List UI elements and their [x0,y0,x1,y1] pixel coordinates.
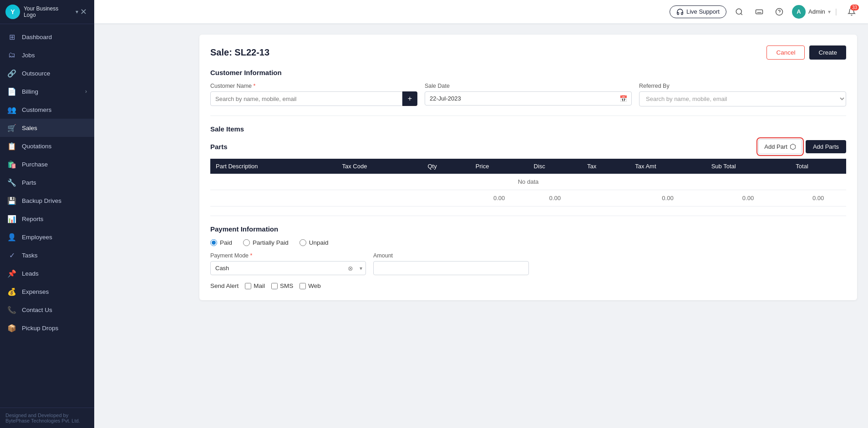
sidebar-item-leads[interactable]: 📌 Leads [0,264,94,282]
amount-field: Amount [373,252,529,275]
sale-date-input[interactable] [425,91,632,106]
sidebar-item-quotations[interactable]: 📋 Quotations [0,137,94,155]
live-support-label: Live Support [686,8,720,15]
total-disc: 0.00 [528,190,582,206]
admin-menu[interactable]: A Admin ▾ | [792,5,839,19]
paid-radio[interactable] [210,239,217,246]
add-part-button[interactable]: Add Part ⬡ [758,139,802,154]
sidebar-item-label: Pickup Drops [22,325,58,332]
partially-paid-option[interactable]: Partially Paid [243,239,289,246]
help-button[interactable] [772,5,787,19]
sidebar-item-tasks[interactable]: ✓ Tasks [0,246,94,264]
sidebar-item-label: Customers [22,106,51,113]
sms-label: SMS [280,282,293,289]
col-qty: Qty [422,159,470,174]
web-checkbox-label[interactable]: Web [299,282,321,289]
sidebar-item-label: Employees [22,234,52,241]
sidebar-item-outsource[interactable]: 🔗 Outsource [0,64,94,82]
tasks-icon: ✓ [7,251,16,260]
sale-date-input-wrapper: 📅 [425,91,632,106]
cancel-button[interactable]: Cancel [766,45,805,60]
web-checkbox[interactable] [299,283,306,289]
parts-title: Parts [210,143,228,151]
col-price: Price [470,159,528,174]
sms-checkbox-label[interactable]: SMS [271,282,293,289]
unpaid-radio[interactable] [299,239,306,246]
sidebar-item-pickup-drops[interactable]: 📦 Pickup Drops [0,319,94,337]
sidebar-item-sales[interactable]: 🛒 Sales [0,119,94,137]
parts-actions: Add Part ⬡ Add Parts [758,139,846,154]
page-title: Sale: SL22-13 [210,47,269,58]
leads-icon: 📌 [7,269,16,278]
sidebar-item-billing[interactable]: 📄 Billing › [0,82,94,101]
quotations-icon: 📋 [7,141,16,151]
col-tax-amt: Tax Amt [629,159,706,174]
sidebar-item-jobs[interactable]: 🗂 Jobs [0,46,94,64]
amount-label: Amount [373,252,529,259]
sidebar-logo-area: Y Your Business Logo ▾ ✕ [0,0,94,24]
sidebar-footer: Designed and Developed by BytePhase Tech… [0,408,94,428]
paid-option[interactable]: Paid [210,239,232,246]
total-tax-spacer [582,190,629,206]
notification-bell[interactable]: 33 [844,5,859,19]
payment-mode-clear-icon[interactable]: ⊗ [348,265,353,272]
send-alert-label: Send Alert [210,282,239,289]
sidebar-item-employees[interactable]: 👤 Employees [0,228,94,246]
sidebar-item-label: Jobs [22,52,35,59]
keyboard-icon [755,8,763,16]
jobs-icon: 🗂 [7,50,16,60]
admin-chevron-icon: ▾ [828,9,831,15]
create-button[interactable]: Create [809,45,846,60]
add-parts-button[interactable]: Add Parts [806,140,846,153]
parts-icon: 🔧 [7,178,16,187]
sidebar-item-label: Expenses [22,288,49,295]
sidebar: Y Your Business Logo ▾ ✕ ⊞ Dashboard 🗂 J… [0,0,94,428]
employees-icon: 👤 [7,232,16,242]
customer-name-input-wrapper: + [210,91,417,106]
sidebar-item-expenses[interactable]: 💰 Expenses [0,282,94,301]
col-tax-code: Tax Code [336,159,422,174]
sidebar-item-reports[interactable]: 📊 Reports [0,210,94,228]
mail-checkbox[interactable] [245,283,251,289]
page-card: Sale: SL22-13 Cancel Create Customer Inf… [199,35,857,300]
sms-checkbox[interactable] [271,283,278,289]
sidebar-close-icon[interactable]: ✕ [78,5,89,19]
total-price: 0.00 [470,190,528,206]
sidebar-item-purchase[interactable]: 🛍️ Purchase [0,155,94,173]
total-total: 0.00 [790,190,846,206]
sidebar-item-label: Quotations [22,143,51,150]
amount-input[interactable] [373,261,529,275]
mail-checkbox-label[interactable]: Mail [245,282,265,289]
keyboard-button[interactable] [752,5,766,19]
no-data-cell: No data [210,174,846,190]
unpaid-option[interactable]: Unpaid [299,239,329,246]
sidebar-item-parts[interactable]: 🔧 Parts [0,173,94,191]
sidebar-item-label: Billing [22,88,38,95]
sidebar-item-label: Sales [22,125,37,131]
partially-paid-radio[interactable] [243,239,250,246]
referred-by-select[interactable]: Search by name, mobile, email [639,91,846,106]
sidebar-item-customers[interactable]: 👥 Customers [0,101,94,119]
total-tax-amt: 0.00 [629,190,706,206]
customer-add-button[interactable]: + [402,91,417,106]
sidebar-item-contact-us[interactable]: 📞 Contact Us [0,301,94,319]
logo-area[interactable]: Y Your Business Logo ▾ [5,5,78,19]
sidebar-item-dashboard[interactable]: ⊞ Dashboard [0,28,94,46]
send-alert-row: Send Alert Mail SMS Web [210,282,846,289]
payment-mode-select-wrapper: ⊗ ▾ [210,261,366,275]
admin-name: Admin [808,8,825,15]
admin-divider: | [835,8,837,16]
pickup-drops-icon: 📦 [7,323,16,332]
payment-mode-input[interactable] [210,261,366,275]
purchase-icon: 🛍️ [7,160,16,169]
totals-spacer [210,190,470,206]
live-support-button[interactable]: Live Support [670,5,726,18]
sales-icon: 🛒 [7,123,16,132]
sale-date-field: Sale Date 📅 [425,83,632,106]
search-button[interactable] [732,5,746,19]
expenses-icon: 💰 [7,287,16,296]
customer-name-input[interactable] [210,91,402,106]
sidebar-item-backup-drives[interactable]: 💾 Backup Drives [0,191,94,210]
headset-icon [676,8,684,15]
payment-mode-label: Payment Mode * [210,252,366,259]
